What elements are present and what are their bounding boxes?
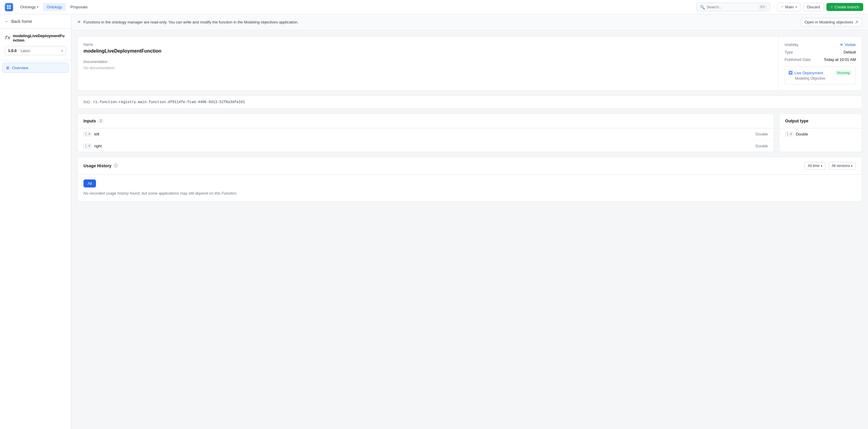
inputs-card: Inputs 2 1.0 left Double 1.0 right: [77, 114, 774, 152]
image-icon: 🖼: [788, 70, 793, 75]
version-tag: Latest: [19, 49, 31, 53]
output-type-row: 1.0 Double: [779, 128, 862, 140]
arrow-left-icon: ←: [5, 19, 9, 24]
function-display-name: modelingLiveDeploymentFunction: [84, 49, 772, 54]
rid-label: RID: [84, 100, 90, 104]
output-card: Output type 1.0 Double: [779, 114, 862, 152]
all-tab-button[interactable]: All: [84, 179, 96, 187]
usage-empty-message: No recorded usage history found, but som…: [84, 191, 237, 195]
input-version-badge-right: 1.0: [84, 144, 92, 148]
input-type-right: Double: [756, 144, 768, 148]
sidebar-item-overview[interactable]: 🖥 Overview: [2, 63, 69, 73]
function-name: modelingLiveDeploymentFunction: [13, 34, 66, 42]
svg-rect-3: [9, 7, 11, 9]
usage-history-card: Usage History ⓘ All time ▾ All versions …: [77, 157, 862, 202]
search-icon: 🔍: [700, 5, 705, 9]
search-input[interactable]: [707, 5, 756, 9]
keyboard-shortcut: ⌘K: [758, 4, 767, 9]
published-value: Today at 10:01 AM: [824, 57, 856, 62]
external-link-icon: ↗: [855, 20, 858, 24]
name-label: Name: [84, 42, 772, 47]
function-main-info: Name modelingLiveDeploymentFunction Docu…: [78, 36, 779, 90]
chevron-down-icon: ▾: [851, 164, 852, 167]
function-icon: fx: [5, 35, 10, 41]
version-selector[interactable]: 1.0.0 Latest ▾: [5, 46, 66, 55]
visibility-label: Visibility: [784, 42, 799, 47]
function-title-section: fx modelingLiveDeploymentFunction 1.0.0 …: [0, 29, 71, 60]
sidebar-nav-items: 🖥 Overview: [0, 60, 71, 75]
nav-tab-ontology-parent[interactable]: Ontology ▾: [17, 3, 42, 11]
info-icon[interactable]: ⓘ: [114, 163, 118, 168]
live-deploy-subtitle: Modeling Objective: [795, 76, 852, 81]
inputs-count: 2: [98, 119, 104, 123]
eye-icon: 👁: [77, 20, 81, 24]
published-label: Published Date: [784, 57, 811, 62]
type-label: Type: [784, 50, 793, 54]
output-header: Output type: [785, 119, 809, 123]
doc-label: Documentation: [84, 60, 772, 64]
nav-tab-proposals[interactable]: Proposals: [67, 3, 91, 11]
branch-icon: ⑂: [831, 5, 833, 9]
input-name-left: left: [94, 132, 99, 136]
svg-rect-0: [7, 5, 9, 7]
all-time-filter[interactable]: All time ▾: [804, 162, 825, 170]
running-badge: Running: [835, 70, 852, 75]
discard-button[interactable]: Discard: [803, 3, 824, 11]
main-content: 👁 Functions in the ontology manager are …: [71, 14, 868, 429]
info-banner: 👁 Functions in the ontology manager are …: [71, 14, 868, 30]
input-version-badge-left: 1.0: [84, 132, 92, 136]
content-area: Name modelingLiveDeploymentFunction Docu…: [71, 30, 868, 208]
all-versions-filter[interactable]: All versions ▾: [829, 162, 856, 170]
usage-history-filters: All time ▾ All versions ▾: [804, 162, 856, 170]
input-type-left: Double: [756, 132, 768, 136]
top-nav: Ontology ▾ Ontology Proposals 🔍 ⌘K ⑂ Mai…: [0, 0, 868, 14]
usage-history-title: Usage History: [84, 163, 112, 168]
chevron-down-icon: ▾: [821, 164, 822, 167]
chevron-down-icon: ▾: [37, 5, 38, 9]
svg-rect-2: [7, 7, 9, 9]
rid-bar: RID ri.function-registry.main.function.d…: [77, 95, 862, 109]
inputs-header: Inputs: [84, 119, 96, 123]
type-value: Default: [844, 50, 856, 54]
sidebar: ← Back home fx modelingLiveDeploymentFun…: [0, 14, 71, 429]
live-deploy-title: 🖼 Live Deployment: [788, 70, 823, 75]
eye-icon: 👁: [840, 43, 843, 47]
app-logo: [5, 3, 13, 11]
function-metadata: Visibility 👁 Visible Type Default Publis…: [779, 36, 862, 90]
visibility-value: 👁 Visible: [840, 42, 856, 47]
search-bar: 🔍 ⌘K: [696, 3, 770, 11]
output-type-value: Double: [796, 132, 808, 136]
doc-placeholder: No documentation: [84, 66, 772, 70]
nav-tab-ontology[interactable]: Ontology: [43, 3, 66, 11]
rid-value: ri.function-registry.main.function.df911…: [93, 100, 245, 104]
output-version-badge: 1.0: [785, 132, 794, 136]
app-layout: ← Back home fx modelingLiveDeploymentFun…: [0, 14, 868, 429]
input-item-left: 1.0 left Double: [78, 128, 774, 140]
branch-icon: ⑂: [781, 5, 783, 9]
chevron-down-icon: ▾: [796, 5, 797, 9]
version-number: 1.0.0: [8, 49, 17, 53]
monitor-icon: 🖥: [6, 65, 10, 70]
function-info-card: Name modelingLiveDeploymentFunction Docu…: [77, 36, 862, 91]
chevron-down-icon: ▾: [61, 49, 63, 53]
io-section: Inputs 2 1.0 left Double 1.0 right: [77, 114, 862, 152]
usage-history-header: Usage History ⓘ All time ▾ All versions …: [78, 157, 862, 175]
open-modeling-objectives-button[interactable]: Open in Modeling objectives ↗: [801, 18, 862, 26]
input-name-right: right: [94, 144, 102, 148]
create-branch-button[interactable]: ⑂ Create branch: [827, 3, 863, 11]
input-item-right: 1.0 right Double: [78, 140, 774, 152]
svg-rect-1: [9, 5, 11, 7]
live-deployment-card: 🖼 Live Deployment Running Modeling Objec…: [784, 66, 856, 84]
nav-tabs: Ontology ▾ Ontology Proposals: [17, 3, 91, 11]
nav-right-actions: ⑂ Main ▾ Discard ⑂ Create branch: [777, 3, 863, 11]
branch-selector[interactable]: ⑂ Main ▾: [777, 3, 801, 11]
back-home-link[interactable]: ← Back home: [0, 14, 71, 29]
